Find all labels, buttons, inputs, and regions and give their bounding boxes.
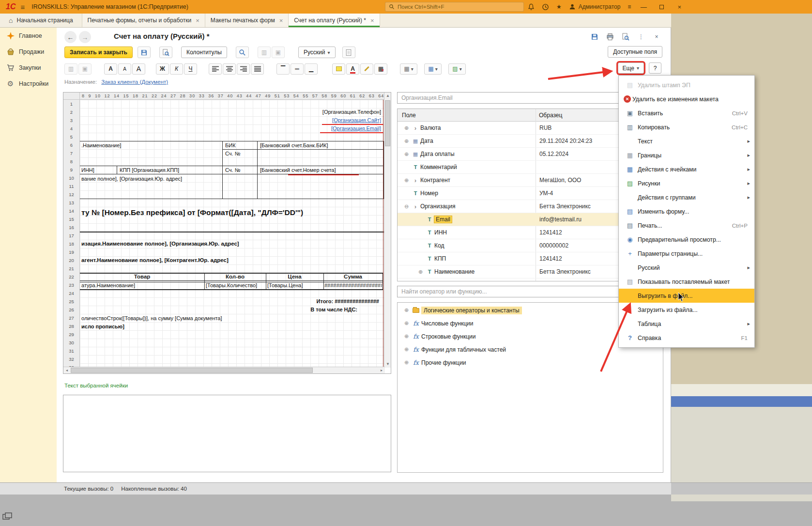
forward-button[interactable]: → xyxy=(79,31,91,43)
expand-icon[interactable]: ⊕ xyxy=(402,359,411,366)
cell-inn[interactable]: ИНН] xyxy=(81,167,94,173)
cell-bik-value[interactable]: [Банковский счет.Банк.БИК] xyxy=(260,142,328,148)
expand-icon[interactable]: ⊕ xyxy=(402,333,411,340)
more-button[interactable]: Еще▾ xyxy=(618,62,644,74)
paste-disabled-button[interactable]: ▣ xyxy=(272,46,285,58)
cell-goods-row[interactable]: [Товары.Количество] xyxy=(206,282,257,288)
column-header-sample[interactable]: Образец xyxy=(536,112,562,119)
vertical-scrollbar[interactable]: ▲ ▼ xyxy=(384,93,391,368)
cell-goods-header[interactable]: Сумма xyxy=(323,274,383,279)
menu-item[interactable]: Таблица xyxy=(619,317,754,331)
cell-account-value[interactable]: [Банковский счет.Номер счета] xyxy=(260,167,336,173)
align-center-button[interactable] xyxy=(223,63,236,75)
menu-item[interactable]: Русский xyxy=(619,261,754,275)
tab-close-icon[interactable]: × xyxy=(279,17,283,24)
scroll-left-icon[interactable]: ◂ xyxy=(63,367,70,374)
expand-icon[interactable]: ⊕ xyxy=(402,138,411,144)
paste-icon-button[interactable]: ▣ xyxy=(78,63,92,75)
expand-icon[interactable]: ⊕ xyxy=(402,125,411,131)
tab-invoice-russian[interactable]: Счет на оплату (Русский) * × xyxy=(288,14,380,27)
italic-button[interactable]: К xyxy=(170,63,183,75)
column-header-field[interactable]: Поле xyxy=(398,112,536,119)
notifications-bell-icon[interactable] xyxy=(528,3,535,11)
clear-cell-button[interactable]: ▦× xyxy=(374,63,387,75)
cell-goods-row[interactable]: [Товары.Цена] xyxy=(267,282,303,288)
scroll-up-icon[interactable]: ▲ xyxy=(384,93,391,99)
sidebar-item-purchases[interactable]: Закупки xyxy=(0,60,57,76)
preview-icon-button[interactable] xyxy=(620,31,631,42)
sidebar-item-main[interactable]: Главное xyxy=(0,28,57,44)
row-headers[interactable]: 1 2 3 4 5 6 7 8 9 10 11 12 13 14 15 16 1… xyxy=(63,100,80,368)
expand-icon[interactable]: ⊕ xyxy=(402,307,411,313)
favorites-star-icon[interactable]: ★ xyxy=(556,3,562,10)
menu-item[interactable]: ▥ Копировать Ctrl+C xyxy=(619,120,754,134)
menu-item[interactable]: ▣ Вставить Ctrl+V xyxy=(619,106,754,120)
borders-dropdown[interactable]: ▦▾ xyxy=(400,63,417,75)
tab-layouts[interactable]: Макеты печатных форм × xyxy=(205,14,289,27)
highlighter-button[interactable] xyxy=(360,63,373,75)
history-clock-icon[interactable] xyxy=(542,3,549,11)
table-dropdown[interactable]: ▦▾ xyxy=(424,63,442,75)
more-dots-icon[interactable]: ⋮ xyxy=(636,31,646,42)
sheet-corner[interactable] xyxy=(63,93,80,100)
menu-item[interactable]: × Удалить все изменения макета xyxy=(619,92,754,106)
main-menu-icon[interactable]: ≡ xyxy=(20,3,25,11)
save-icon-button[interactable] xyxy=(589,31,600,42)
cell-goods-row[interactable]: #################### xyxy=(324,282,382,288)
help-button[interactable]: ? xyxy=(649,62,661,74)
align-justify-button[interactable] xyxy=(251,63,264,75)
cell-goods-header[interactable]: Товар xyxy=(80,274,204,279)
minimize-button[interactable]: — xyxy=(638,3,649,11)
cell-account-label2[interactable]: Сч. № xyxy=(225,167,240,173)
font-button[interactable]: А xyxy=(104,63,117,75)
cell-kpp[interactable]: КПП [Организация.КПП] xyxy=(120,167,179,173)
purpose-link[interactable]: Заказ клиента (Документ) xyxy=(101,79,168,85)
headers-footers-button[interactable]: Колонтитулы xyxy=(181,46,227,58)
scroll-down-icon[interactable]: ▼ xyxy=(384,361,391,368)
user-menu[interactable]: Администратор xyxy=(569,3,621,10)
maximize-button[interactable] xyxy=(656,3,667,11)
cell-phone[interactable]: [Организация.Телефон] xyxy=(322,109,381,115)
cell-bik-label[interactable]: БИК xyxy=(225,142,236,148)
align-left-button[interactable] xyxy=(209,63,222,75)
expand-icon[interactable]: ⊕ xyxy=(402,151,411,157)
back-button[interactable]: ← xyxy=(64,31,77,43)
cell-goods-header[interactable]: Цена xyxy=(266,274,323,279)
cell-total[interactable]: Итого: ############### xyxy=(316,298,379,304)
save-button[interactable] xyxy=(138,46,151,58)
copy-icon-button[interactable]: ▥ xyxy=(64,63,77,75)
cell-amount-words[interactable]: исло прописью] xyxy=(81,324,124,329)
menu-item[interactable]: ▤ Печать... Ctrl+P xyxy=(619,218,754,232)
cell-rows-count[interactable]: оличествоСтрок([Товары])], на сумму [Сум… xyxy=(81,315,222,321)
expand-icon[interactable]: ⊖ xyxy=(402,203,411,210)
close-window-button[interactable]: × xyxy=(674,3,685,11)
cell-org-fullname[interactable]: вание полное], [Организация.Юр. адрес] xyxy=(81,176,182,182)
picture-dropdown[interactable]: ▨▾ xyxy=(448,63,466,75)
expand-icon[interactable]: ⊕ xyxy=(416,269,425,275)
menu-item[interactable]: Действия с группами xyxy=(619,190,754,204)
menu-item[interactable]: + Параметры страницы... xyxy=(619,247,754,261)
taskbar-window-icon[interactable] xyxy=(2,512,12,521)
bold-button[interactable]: Ж xyxy=(156,63,169,75)
menu-item[interactable]: ▤ Удалить штамп ЭП xyxy=(619,78,754,92)
sheet-grid[interactable]: [Организация.Телефон] [Организация.Сайт]… xyxy=(80,100,384,368)
print-preview-button[interactable] xyxy=(159,46,172,58)
menu-item[interactable]: ▨ Рисунки xyxy=(619,176,754,190)
cell-goods-header[interactable]: Кол-во xyxy=(204,274,266,279)
menu-item[interactable]: ▤ Показывать поставляемый макет xyxy=(619,275,754,289)
cell-vat[interactable]: В том числе НДС: xyxy=(310,307,357,312)
valign-middle-button[interactable]: ═ xyxy=(291,63,304,75)
save-and-close-button[interactable]: Записать и закрыть xyxy=(64,46,133,58)
global-search-input[interactable]: Поиск Ctrl+Shift+F xyxy=(385,2,524,12)
cell-site[interactable]: [Организация.Сайт] xyxy=(332,117,381,123)
tab-home[interactable]: ⌂ Начальная страница xyxy=(0,14,82,27)
tab-print-forms[interactable]: Печатные формы, отчеты и обработки × xyxy=(82,14,205,27)
zoom-button[interactable] xyxy=(236,46,249,58)
scroll-right-icon[interactable]: ▸ xyxy=(378,367,385,374)
expand-icon[interactable]: ⊕ xyxy=(402,177,411,184)
cell-email[interactable]: [Организация.Email] xyxy=(331,125,381,131)
menu-item[interactable]: ▤ Изменить форму... xyxy=(619,204,754,218)
cell-goods-row[interactable]: атура.Наименование] xyxy=(81,282,135,288)
cell-customer[interactable]: агент.Наименование полное], [Контрагент.… xyxy=(81,257,229,263)
menu-item[interactable]: Загрузить из файла... xyxy=(619,303,754,317)
